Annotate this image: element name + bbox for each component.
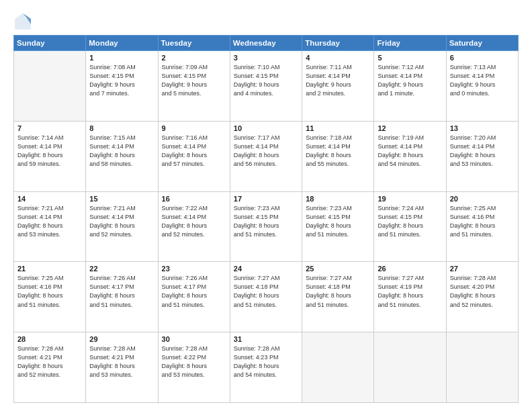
day-number: 26 (378, 265, 442, 273)
day-info: Sunrise: 7:10 AMSunset: 4:15 PMDaylight:… (234, 63, 298, 98)
day-number: 23 (162, 265, 226, 273)
day-number: 21 (17, 265, 82, 273)
calendar-cell: 31Sunrise: 7:28 AMSunset: 4:23 PMDayligh… (230, 332, 302, 403)
calendar-cell: 16Sunrise: 7:22 AMSunset: 4:14 PMDayligh… (158, 191, 230, 262)
day-number: 16 (162, 195, 226, 203)
day-number: 6 (450, 54, 515, 62)
calendar-cell (14, 51, 86, 122)
day-number: 20 (450, 195, 515, 203)
day-number: 25 (306, 265, 370, 273)
day-info: Sunrise: 7:23 AMSunset: 4:15 PMDaylight:… (306, 204, 370, 239)
day-header-monday: Monday (86, 36, 158, 51)
calendar-cell: 15Sunrise: 7:21 AMSunset: 4:14 PMDayligh… (86, 191, 158, 262)
day-info: Sunrise: 7:28 AMSunset: 4:20 PMDaylight:… (450, 274, 515, 309)
day-number: 18 (306, 195, 370, 203)
calendar-cell: 12Sunrise: 7:19 AMSunset: 4:14 PMDayligh… (374, 121, 446, 191)
calendar-cell: 30Sunrise: 7:28 AMSunset: 4:22 PMDayligh… (158, 332, 230, 403)
day-number: 15 (89, 195, 154, 203)
day-number: 31 (234, 335, 298, 343)
day-header-saturday: Saturday (446, 36, 518, 51)
day-info: Sunrise: 7:12 AMSunset: 4:14 PMDaylight:… (378, 63, 442, 98)
calendar-cell (302, 332, 374, 403)
day-number: 4 (306, 54, 370, 62)
day-info: Sunrise: 7:25 AMSunset: 4:16 PMDaylight:… (450, 204, 515, 239)
calendar-cell: 21Sunrise: 7:25 AMSunset: 4:16 PMDayligh… (14, 262, 86, 332)
calendar-cell: 13Sunrise: 7:20 AMSunset: 4:14 PMDayligh… (446, 121, 518, 191)
calendar-cell: 6Sunrise: 7:13 AMSunset: 4:14 PMDaylight… (446, 51, 518, 122)
calendar-cell (374, 332, 446, 403)
day-header-sunday: Sunday (14, 36, 86, 51)
day-number: 2 (162, 54, 226, 62)
calendar-cell: 3Sunrise: 7:10 AMSunset: 4:15 PMDaylight… (230, 51, 302, 122)
calendar-table: SundayMondayTuesdayWednesdayThursdayFrid… (13, 35, 519, 403)
day-number: 13 (450, 124, 515, 132)
day-number: 3 (234, 54, 298, 62)
day-info: Sunrise: 7:13 AMSunset: 4:14 PMDaylight:… (450, 63, 515, 98)
calendar-cell: 1Sunrise: 7:08 AMSunset: 4:15 PMDaylight… (86, 51, 158, 122)
calendar-cell: 22Sunrise: 7:26 AMSunset: 4:17 PMDayligh… (86, 262, 158, 332)
calendar-cell: 27Sunrise: 7:28 AMSunset: 4:20 PMDayligh… (446, 262, 518, 332)
calendar-cell: 11Sunrise: 7:18 AMSunset: 4:14 PMDayligh… (302, 121, 374, 191)
day-info: Sunrise: 7:27 AMSunset: 4:18 PMDaylight:… (306, 274, 370, 309)
logo-icon (13, 12, 32, 31)
day-info: Sunrise: 7:24 AMSunset: 4:15 PMDaylight:… (378, 204, 442, 239)
logo (13, 12, 35, 31)
week-row-2: 7Sunrise: 7:14 AMSunset: 4:14 PMDaylight… (14, 121, 519, 191)
calendar-header-row: SundayMondayTuesdayWednesdayThursdayFrid… (14, 36, 519, 51)
day-info: Sunrise: 7:28 AMSunset: 4:21 PMDaylight:… (89, 345, 154, 379)
calendar-cell: 23Sunrise: 7:26 AMSunset: 4:17 PMDayligh… (158, 262, 230, 332)
day-header-tuesday: Tuesday (158, 36, 230, 51)
calendar-cell: 18Sunrise: 7:23 AMSunset: 4:15 PMDayligh… (302, 191, 374, 262)
day-info: Sunrise: 7:26 AMSunset: 4:17 PMDaylight:… (162, 274, 226, 309)
calendar-cell: 20Sunrise: 7:25 AMSunset: 4:16 PMDayligh… (446, 191, 518, 262)
week-row-1: 1Sunrise: 7:08 AMSunset: 4:15 PMDaylight… (14, 51, 519, 122)
day-info: Sunrise: 7:21 AMSunset: 4:14 PMDaylight:… (89, 204, 154, 239)
day-header-wednesday: Wednesday (230, 36, 302, 51)
day-info: Sunrise: 7:28 AMSunset: 4:21 PMDaylight:… (17, 345, 82, 379)
day-info: Sunrise: 7:23 AMSunset: 4:15 PMDaylight:… (234, 204, 298, 239)
week-row-3: 14Sunrise: 7:21 AMSunset: 4:14 PMDayligh… (14, 191, 519, 262)
header (13, 12, 519, 31)
day-info: Sunrise: 7:27 AMSunset: 4:18 PMDaylight:… (234, 274, 298, 309)
day-info: Sunrise: 7:16 AMSunset: 4:14 PMDaylight:… (162, 134, 226, 169)
day-info: Sunrise: 7:15 AMSunset: 4:14 PMDaylight:… (89, 134, 154, 169)
calendar-cell: 29Sunrise: 7:28 AMSunset: 4:21 PMDayligh… (86, 332, 158, 403)
day-info: Sunrise: 7:22 AMSunset: 4:14 PMDaylight:… (162, 204, 226, 239)
day-info: Sunrise: 7:25 AMSunset: 4:16 PMDaylight:… (17, 274, 82, 309)
day-number: 22 (89, 265, 154, 273)
calendar-cell: 2Sunrise: 7:09 AMSunset: 4:15 PMDaylight… (158, 51, 230, 122)
calendar-cell: 28Sunrise: 7:28 AMSunset: 4:21 PMDayligh… (14, 332, 86, 403)
day-info: Sunrise: 7:17 AMSunset: 4:14 PMDaylight:… (234, 134, 298, 169)
calendar-cell: 17Sunrise: 7:23 AMSunset: 4:15 PMDayligh… (230, 191, 302, 262)
day-info: Sunrise: 7:20 AMSunset: 4:14 PMDaylight:… (450, 134, 515, 169)
day-number: 14 (17, 195, 82, 203)
day-number: 27 (450, 265, 515, 273)
day-number: 28 (17, 335, 82, 343)
calendar-cell: 19Sunrise: 7:24 AMSunset: 4:15 PMDayligh… (374, 191, 446, 262)
calendar-cell: 14Sunrise: 7:21 AMSunset: 4:14 PMDayligh… (14, 191, 86, 262)
calendar-cell: 5Sunrise: 7:12 AMSunset: 4:14 PMDaylight… (374, 51, 446, 122)
day-number: 11 (306, 124, 370, 132)
day-number: 29 (89, 335, 154, 343)
week-row-4: 21Sunrise: 7:25 AMSunset: 4:16 PMDayligh… (14, 262, 519, 332)
day-info: Sunrise: 7:28 AMSunset: 4:22 PMDaylight:… (162, 345, 226, 379)
day-number: 12 (378, 124, 442, 132)
day-info: Sunrise: 7:26 AMSunset: 4:17 PMDaylight:… (89, 274, 154, 309)
calendar-cell: 26Sunrise: 7:27 AMSunset: 4:19 PMDayligh… (374, 262, 446, 332)
day-number: 8 (89, 124, 154, 132)
svg-marker-0 (15, 13, 31, 30)
day-number: 10 (234, 124, 298, 132)
day-info: Sunrise: 7:19 AMSunset: 4:14 PMDaylight:… (378, 134, 442, 169)
day-info: Sunrise: 7:09 AMSunset: 4:15 PMDaylight:… (162, 63, 226, 98)
day-number: 5 (378, 54, 442, 62)
day-number: 19 (378, 195, 442, 203)
day-number: 24 (234, 265, 298, 273)
calendar-cell (446, 332, 518, 403)
day-info: Sunrise: 7:18 AMSunset: 4:14 PMDaylight:… (306, 134, 370, 169)
day-number: 1 (89, 54, 154, 62)
calendar-cell: 10Sunrise: 7:17 AMSunset: 4:14 PMDayligh… (230, 121, 302, 191)
day-number: 30 (162, 335, 226, 343)
day-number: 17 (234, 195, 298, 203)
calendar-cell: 7Sunrise: 7:14 AMSunset: 4:14 PMDaylight… (14, 121, 86, 191)
calendar-cell: 25Sunrise: 7:27 AMSunset: 4:18 PMDayligh… (302, 262, 374, 332)
